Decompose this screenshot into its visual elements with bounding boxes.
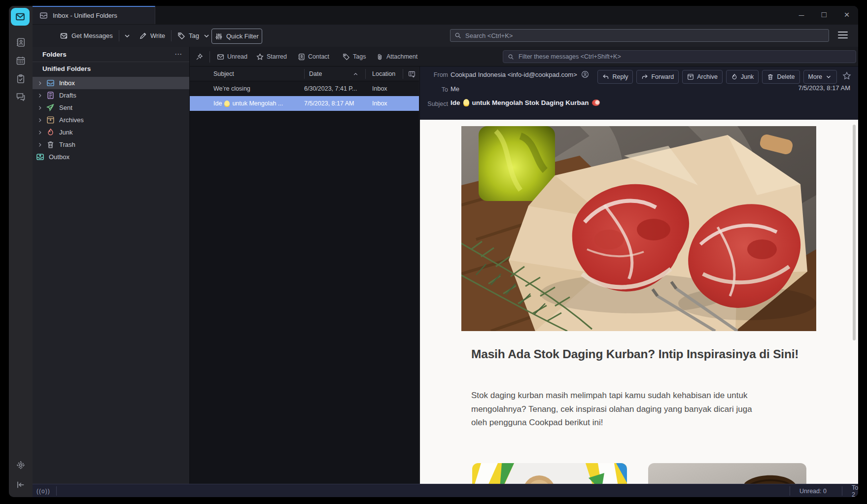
network-status-icon[interactable]: ((o)) — [36, 484, 50, 497]
folder-item-archives[interactable]: Archives — [33, 114, 189, 126]
folder-label: Junk — [59, 129, 72, 136]
tasks-space-button[interactable] — [16, 74, 26, 84]
reply-icon — [602, 73, 609, 80]
folder-item-outbox[interactable]: Outbox — [33, 151, 189, 163]
expand-chevron-icon[interactable] — [37, 105, 43, 111]
get-messages-label: Get Messages — [71, 32, 113, 39]
quick-filter-bar: Unread Starred Contact Tags Attachment — [190, 47, 858, 67]
junk-button[interactable]: Junk — [726, 70, 759, 84]
pin-filter-icon[interactable] — [196, 51, 203, 63]
expand-chevron-icon[interactable] — [37, 117, 43, 123]
star-icon — [256, 53, 264, 61]
get-messages-button[interactable]: Get Messages — [57, 29, 116, 43]
tab-inbox-unified-folders[interactable]: Inbox - Unified Folders — [33, 6, 155, 24]
mail-space-button[interactable] — [11, 8, 30, 26]
folder-item-junk[interactable]: Junk — [33, 126, 189, 138]
chat-space-button[interactable] — [16, 92, 26, 101]
delete-button[interactable]: Delete — [762, 70, 799, 84]
email-paragraph: Stok daging kurban masih melimpah tapi k… — [471, 389, 761, 430]
column-date[interactable]: Date — [309, 67, 322, 81]
message-row[interactable]: We’re closing 6/30/2023, 7:41 P... Inbox — [190, 81, 419, 96]
address-book-icon — [16, 37, 26, 47]
mail-icon — [15, 12, 25, 22]
tag-button[interactable]: Tag — [174, 29, 213, 43]
settings-gear-icon[interactable] — [16, 460, 26, 470]
spaces-toolbar — [9, 6, 33, 497]
quick-filter-toggle-button[interactable]: Quick Filter — [211, 29, 262, 44]
chat-icon — [16, 92, 26, 101]
filter-contact-button[interactable]: Contact — [298, 51, 329, 63]
tasks-icon — [16, 74, 26, 84]
pencil-icon — [139, 32, 147, 40]
message-row-selected[interactable]: Ide untuk Mengolah ... 7/5/2023, 8:17 AM… — [190, 96, 419, 111]
app-menu-button[interactable] — [838, 31, 848, 39]
archive-button[interactable]: Archive — [682, 70, 723, 84]
folder-item-drafts[interactable]: Drafts — [33, 89, 189, 101]
folder-item-inbox[interactable]: Inbox — [33, 77, 189, 89]
address-book-space-button[interactable] — [16, 37, 26, 47]
tag-icon — [343, 53, 350, 61]
filter-attachment-label: Attachment — [386, 53, 417, 60]
bulb-emoji — [224, 101, 230, 107]
email-title: Masih Ada Stok Daging Kurban? Intip Insp… — [471, 347, 821, 361]
filter-starred-label: Starred — [267, 53, 287, 60]
folder-label: Drafts — [59, 92, 76, 99]
expand-chevron-icon[interactable] — [37, 80, 43, 86]
filter-messages-field[interactable] — [503, 50, 856, 63]
close-button[interactable]: × — [835, 6, 858, 24]
toolbar-separator — [171, 30, 172, 41]
contact-avatar-icon[interactable] — [581, 70, 589, 78]
column-divider[interactable] — [403, 69, 403, 79]
collapse-rail-icon[interactable] — [16, 480, 26, 490]
write-button[interactable]: Write — [136, 29, 168, 43]
global-search-field[interactable] — [450, 29, 829, 42]
search-input[interactable] — [464, 32, 825, 40]
column-location[interactable]: Location — [372, 67, 395, 81]
filter-starred-button[interactable]: Starred — [256, 51, 287, 63]
subject-label: Subject — [422, 101, 448, 107]
folder-item-trash[interactable]: Trash — [33, 138, 189, 151]
status-separator — [842, 486, 842, 496]
meat-emoji — [592, 100, 600, 106]
forward-button[interactable]: Forward — [636, 70, 679, 84]
bulb-emoji — [463, 99, 469, 106]
forward-icon — [641, 73, 648, 80]
column-divider[interactable] — [304, 69, 305, 79]
more-button[interactable]: More — [803, 70, 837, 84]
expand-chevron-icon[interactable] — [37, 93, 43, 99]
get-messages-dropdown[interactable] — [120, 29, 134, 43]
reply-button[interactable]: Reply — [597, 70, 633, 84]
status-separator — [790, 486, 790, 496]
folder-item-sent[interactable]: Sent — [33, 101, 189, 114]
expand-chevron-icon[interactable] — [37, 130, 43, 135]
inbox-icon — [46, 79, 55, 87]
reader-scrollbar[interactable] — [853, 125, 856, 340]
maximize-button[interactable]: □ — [813, 6, 835, 24]
calendar-space-button[interactable] — [16, 56, 26, 66]
flame-icon — [731, 73, 738, 80]
message-location: Inbox — [372, 81, 402, 96]
minimize-button[interactable]: ─ — [790, 6, 813, 24]
subject-value: Ide untuk Mengolah Stok Daging Kurban — [451, 99, 600, 106]
star-message-icon[interactable] — [842, 71, 851, 82]
column-divider[interactable] — [365, 69, 366, 79]
column-picker-icon[interactable] — [408, 67, 416, 81]
unread-envelope-icon — [217, 53, 224, 61]
message-actions: Reply Forward Archive Junk Delete — [597, 70, 851, 84]
column-subject[interactable]: Subject — [213, 67, 234, 81]
message-subject: Ide untuk Mengolah ... — [213, 96, 302, 111]
get-messages-icon — [60, 32, 68, 40]
expand-chevron-icon[interactable] — [37, 142, 43, 148]
unified-folders-section-label: Unified Folders — [42, 65, 91, 72]
sort-ascending-icon[interactable] — [352, 67, 359, 81]
folder-label: Inbox — [59, 79, 75, 87]
filter-tags-button[interactable]: Tags — [343, 51, 366, 63]
status-bar: ((o)) Unread: 0 Total: 2 — [33, 484, 858, 497]
folder-pane-options-icon[interactable]: ⋯ — [174, 50, 182, 59]
filter-unread-button[interactable]: Unread — [217, 51, 247, 63]
junk-flame-icon — [46, 128, 55, 136]
tag-label: Tag — [189, 32, 199, 39]
message-subject: We’re closing — [213, 81, 302, 96]
filter-attachment-button[interactable]: Attachment — [376, 51, 417, 63]
filter-messages-input[interactable] — [518, 53, 851, 61]
